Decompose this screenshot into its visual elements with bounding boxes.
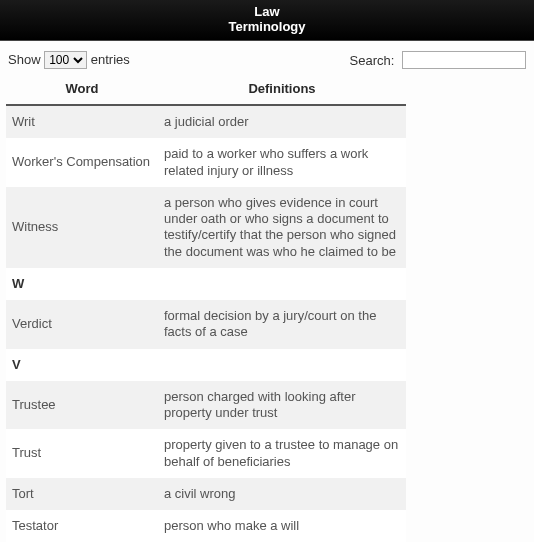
table-row: Trustproperty given to a trustee to mana…: [6, 429, 406, 478]
header-title-1: Law: [0, 4, 534, 19]
definition-cell: a civil wrong: [158, 478, 406, 510]
page-length-control: Show 102550100 entries: [8, 51, 130, 69]
table-row: W: [6, 268, 406, 300]
word-cell: Worker's Compensation: [6, 138, 158, 187]
header-title-2: Terminology: [0, 19, 534, 34]
table-row: Testatorperson who make a will: [6, 510, 406, 542]
definition-cell: formal decision by a jury/court on the f…: [158, 300, 406, 349]
table-controls: Show 102550100 entries Search:: [0, 41, 534, 75]
column-header-definition[interactable]: Definitions: [158, 75, 406, 105]
definition-cell: a person who gives evidence in court und…: [158, 187, 406, 268]
table-row: Writa judicial order: [6, 105, 406, 138]
definition-cell: a judicial order: [158, 105, 406, 138]
show-suffix-label: entries: [91, 52, 130, 67]
definition-cell: person charged with looking after proper…: [158, 381, 406, 430]
table-row: Witnessa person who gives evidence in co…: [6, 187, 406, 268]
terminology-table: Word Definitions Writa judicial orderWor…: [6, 75, 406, 542]
word-cell: Trustee: [6, 381, 158, 430]
column-header-word[interactable]: Word: [6, 75, 158, 105]
search-input[interactable]: [402, 51, 526, 69]
table-row: Trusteeperson charged with looking after…: [6, 381, 406, 430]
word-cell: Trust: [6, 429, 158, 478]
table-body: Writa judicial orderWorker's Compensatio…: [6, 105, 406, 542]
search-label: Search:: [350, 53, 395, 68]
show-prefix-label: Show: [8, 52, 41, 67]
word-cell: Testator: [6, 510, 158, 542]
table-row: Verdictformal decision by a jury/court o…: [6, 300, 406, 349]
word-cell: W: [6, 268, 158, 300]
page-length-select[interactable]: 102550100: [44, 51, 87, 69]
word-cell: Tort: [6, 478, 158, 510]
definition-cell: property given to a trustee to manage on…: [158, 429, 406, 478]
word-cell: V: [6, 349, 158, 381]
definition-cell: paid to a worker who suffers a work rela…: [158, 138, 406, 187]
table-row: Torta civil wrong: [6, 478, 406, 510]
table-row: V: [6, 349, 406, 381]
app-window: Law Terminology Show 102550100 entries S…: [0, 0, 534, 542]
definition-cell: [158, 268, 406, 300]
definition-cell: [158, 349, 406, 381]
word-cell: Writ: [6, 105, 158, 138]
word-cell: Witness: [6, 187, 158, 268]
table-row: Worker's Compensationpaid to a worker wh…: [6, 138, 406, 187]
search-control: Search:: [350, 51, 526, 69]
word-cell: Verdict: [6, 300, 158, 349]
page-header: Law Terminology: [0, 0, 534, 41]
definition-cell: person who make a will: [158, 510, 406, 542]
